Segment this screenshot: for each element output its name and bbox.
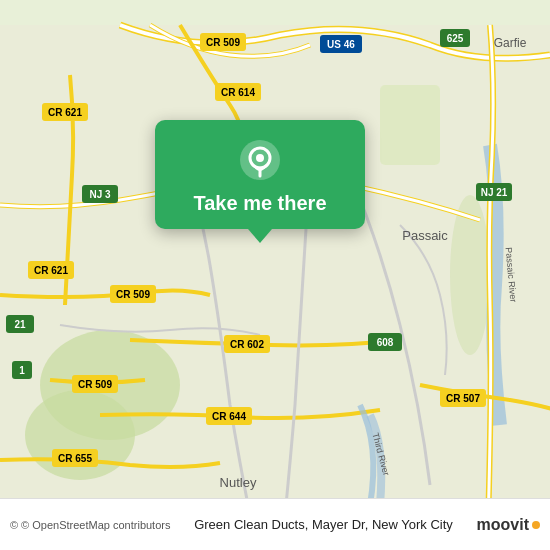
location-pin-icon [238, 138, 282, 182]
svg-text:CR 621: CR 621 [48, 107, 82, 118]
svg-text:CR 644: CR 644 [212, 411, 246, 422]
svg-text:CR 509: CR 509 [206, 37, 240, 48]
svg-text:CR 509: CR 509 [116, 289, 150, 300]
svg-text:1: 1 [19, 365, 25, 376]
moovit-brand: moovit [477, 516, 540, 534]
svg-text:Garfie: Garfie [494, 36, 527, 50]
svg-text:NJ 3: NJ 3 [89, 189, 111, 200]
svg-text:US 46: US 46 [327, 39, 355, 50]
take-me-there-label: Take me there [193, 192, 326, 215]
svg-text:608: 608 [377, 337, 394, 348]
svg-text:Passaic: Passaic [402, 228, 448, 243]
take-me-there-popup[interactable]: Take me there [155, 120, 365, 229]
svg-text:CR 507: CR 507 [446, 393, 480, 404]
svg-point-46 [256, 154, 264, 162]
svg-text:CR 655: CR 655 [58, 453, 92, 464]
svg-text:625: 625 [447, 33, 464, 44]
attribution-text: © OpenStreetMap contributors [21, 519, 170, 531]
attribution: © © OpenStreetMap contributors [10, 519, 170, 531]
svg-text:NJ 21: NJ 21 [481, 187, 508, 198]
svg-text:CR 509: CR 509 [78, 379, 112, 390]
svg-text:CR 621: CR 621 [34, 265, 68, 276]
svg-rect-3 [380, 85, 440, 165]
map-container: CR 509 US 46 625 CR 614 CR 621 NJ 3 NJ 2… [0, 0, 550, 550]
moovit-dot [532, 521, 540, 529]
moovit-text: moovit [477, 516, 529, 534]
copyright-symbol: © [10, 519, 18, 531]
map-svg: CR 509 US 46 625 CR 614 CR 621 NJ 3 NJ 2… [0, 0, 550, 550]
svg-text:Nutley: Nutley [220, 475, 257, 490]
location-label: Green Clean Ducts, Mayer Dr, New York Ci… [170, 517, 476, 532]
svg-text:21: 21 [14, 319, 26, 330]
svg-text:CR 602: CR 602 [230, 339, 264, 350]
svg-text:CR 614: CR 614 [221, 87, 255, 98]
bottom-bar: © © OpenStreetMap contributors Green Cle… [0, 498, 550, 550]
